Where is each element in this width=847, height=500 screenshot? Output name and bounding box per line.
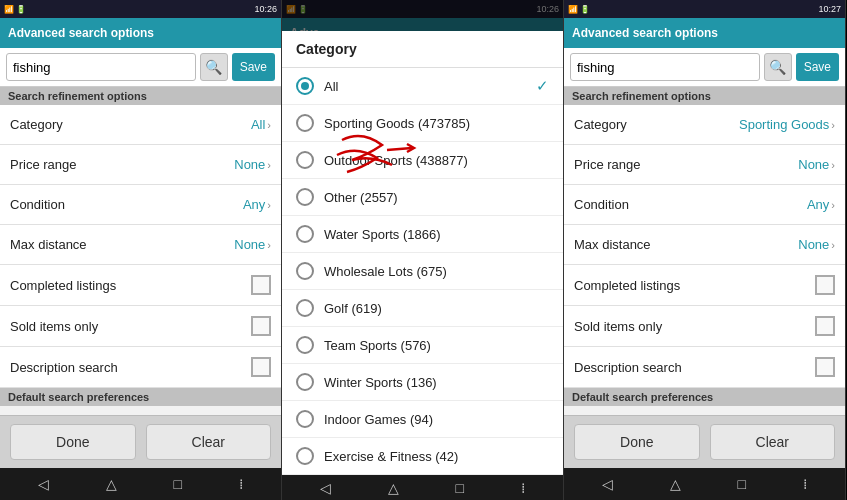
completed-listings-row-left[interactable]: Completed listings: [0, 265, 281, 306]
bottom-bar-right: Done Clear: [564, 415, 845, 468]
chevron-icon: ›: [267, 119, 271, 131]
sold-items-label-left: Sold items only: [10, 319, 98, 334]
condition-label-left: Condition: [10, 197, 65, 212]
completed-listings-checkbox-left[interactable]: [251, 275, 271, 295]
signal-icon: 📶: [4, 5, 14, 14]
category-item-water[interactable]: Water Sports (1866): [282, 216, 563, 253]
done-button-right[interactable]: Done: [574, 424, 700, 460]
search-input-right[interactable]: [570, 53, 760, 81]
category-name-water: Water Sports (1866): [324, 227, 441, 242]
middle-panel: 📶 🔋 10:26 Adva 🔍 Save Category All ✓ Spo…: [282, 0, 564, 500]
category-item-winter[interactable]: Winter Sports (136): [282, 364, 563, 401]
completed-listings-label-left: Completed listings: [10, 278, 116, 293]
category-name-team: Team Sports (576): [324, 338, 431, 353]
max-distance-value-right: None ›: [798, 237, 835, 252]
max-distance-row-right[interactable]: Max distance None ›: [564, 225, 845, 265]
back-icon-modal[interactable]: ◁: [320, 480, 331, 496]
search-button-right[interactable]: 🔍: [764, 53, 792, 81]
recent-icon-modal[interactable]: □: [456, 480, 464, 496]
nav-bar-left: ◁ △ □ ⁞: [0, 468, 281, 500]
category-value-left: All ›: [251, 117, 271, 132]
price-range-value-left: None ›: [234, 157, 271, 172]
back-icon-left[interactable]: ◁: [38, 476, 49, 492]
sold-items-row-left[interactable]: Sold items only: [0, 306, 281, 347]
chevron-icon-r4: ›: [831, 239, 835, 251]
max-distance-label-left: Max distance: [10, 237, 87, 252]
category-item-all[interactable]: All ✓: [282, 68, 563, 105]
radio-winter: [296, 373, 314, 391]
title-bar-right: Advanced search options: [564, 18, 845, 48]
nav-bar-modal: ◁ △ □ ⁞: [282, 475, 563, 500]
category-row-left[interactable]: Category All ›: [0, 105, 281, 145]
description-search-checkbox-right[interactable]: [815, 357, 835, 377]
chevron-icon-r3: ›: [831, 199, 835, 211]
modal-box: Category All ✓ Sporting Goods (473785) O…: [282, 31, 563, 475]
price-range-label-left: Price range: [10, 157, 76, 172]
category-label-left: Category: [10, 117, 63, 132]
sold-items-row-right[interactable]: Sold items only: [564, 306, 845, 347]
nav-bar-right: ◁ △ □ ⁞: [564, 468, 845, 500]
battery-icon-r: 🔋: [580, 5, 590, 14]
right-status-icons: 📶 🔋: [568, 5, 590, 14]
back-icon-right[interactable]: ◁: [602, 476, 613, 492]
home-icon-left[interactable]: △: [106, 476, 117, 492]
bottom-bar-left: Done Clear: [0, 415, 281, 468]
condition-label-right: Condition: [574, 197, 629, 212]
category-row-right[interactable]: Category Sporting Goods ›: [564, 105, 845, 145]
recent-icon-right[interactable]: □: [738, 476, 746, 492]
category-item-other[interactable]: Other (2557): [282, 179, 563, 216]
condition-value-right: Any ›: [807, 197, 835, 212]
category-name-all: All: [324, 79, 338, 94]
category-item-exercise[interactable]: Exercise & Fitness (42): [282, 438, 563, 475]
save-button-right[interactable]: Save: [796, 53, 839, 81]
clear-button-right[interactable]: Clear: [710, 424, 836, 460]
left-status-icons: 📶 🔋: [4, 5, 26, 14]
default-section-header-left: Default search preferences: [0, 388, 281, 406]
category-item-indoor[interactable]: Indoor Games (94): [282, 401, 563, 438]
radio-outdoor: [296, 151, 314, 169]
radio-team: [296, 336, 314, 354]
done-button-left[interactable]: Done: [10, 424, 136, 460]
completed-listings-checkbox-right[interactable]: [815, 275, 835, 295]
left-panel: 📶 🔋 10:26 Advanced search options 🔍 Save…: [0, 0, 282, 500]
recent-icon-left[interactable]: □: [174, 476, 182, 492]
chevron-icon-r1: ›: [831, 119, 835, 131]
condition-row-right[interactable]: Condition Any ›: [564, 185, 845, 225]
home-icon-right[interactable]: △: [670, 476, 681, 492]
max-distance-value-left: None ›: [234, 237, 271, 252]
condition-row-left[interactable]: Condition Any ›: [0, 185, 281, 225]
category-item-outdoor[interactable]: Outdoor Sports (438877): [282, 142, 563, 179]
category-item-golf[interactable]: Golf (619): [282, 290, 563, 327]
condition-value-left: Any ›: [243, 197, 271, 212]
category-name-winter: Winter Sports (136): [324, 375, 437, 390]
save-button-left[interactable]: Save: [232, 53, 275, 81]
menu-icon-modal[interactable]: ⁞: [521, 480, 525, 496]
home-icon-modal[interactable]: △: [388, 480, 399, 496]
category-name-wholesale: Wholesale Lots (675): [324, 264, 447, 279]
sold-items-checkbox-left[interactable]: [251, 316, 271, 336]
max-distance-row-left[interactable]: Max distance None ›: [0, 225, 281, 265]
radio-all: [296, 77, 314, 95]
price-range-row-left[interactable]: Price range None ›: [0, 145, 281, 185]
completed-listings-row-right[interactable]: Completed listings: [564, 265, 845, 306]
status-bar-left: 📶 🔋 10:26: [0, 0, 281, 18]
description-search-row-left[interactable]: Description search: [0, 347, 281, 388]
price-range-row-right[interactable]: Price range None ›: [564, 145, 845, 185]
description-search-checkbox-left[interactable]: [251, 357, 271, 377]
title-text-right: Advanced search options: [572, 26, 718, 40]
search-input-left[interactable]: [6, 53, 196, 81]
category-item-team[interactable]: Team Sports (576): [282, 327, 563, 364]
description-search-row-right[interactable]: Description search: [564, 347, 845, 388]
section-header-left: Search refinement options: [0, 87, 281, 105]
sold-items-checkbox-right[interactable]: [815, 316, 835, 336]
category-item-wholesale[interactable]: Wholesale Lots (675): [282, 253, 563, 290]
right-panel: 📶 🔋 10:27 Advanced search options 🔍 Save…: [564, 0, 846, 500]
category-modal: Category All ✓ Sporting Goods (473785) O…: [282, 0, 563, 500]
title-text-left: Advanced search options: [8, 26, 154, 40]
price-range-label-right: Price range: [574, 157, 640, 172]
category-item-sporting[interactable]: Sporting Goods (473785): [282, 105, 563, 142]
clear-button-left[interactable]: Clear: [146, 424, 272, 460]
menu-icon-right[interactable]: ⁞: [803, 476, 807, 492]
search-button-left[interactable]: 🔍: [200, 53, 228, 81]
menu-icon-left[interactable]: ⁞: [239, 476, 243, 492]
